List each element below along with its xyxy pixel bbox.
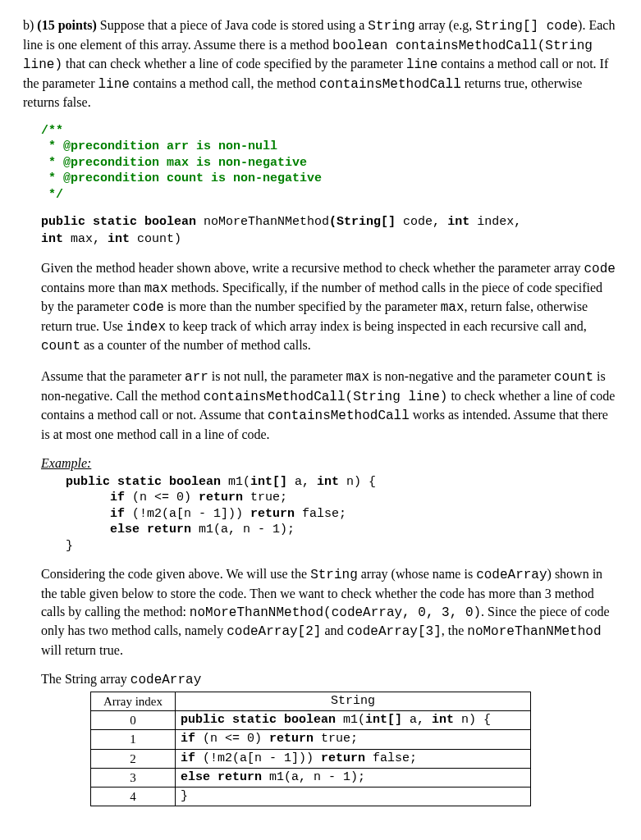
- ex-kw: if: [66, 491, 132, 504]
- javadoc-line: /**: [41, 124, 63, 138]
- text: contains more than: [41, 281, 144, 294]
- header-array-index: Array index: [91, 692, 176, 710]
- method-signature: public static boolean noMoreThanNMethod(…: [41, 214, 616, 248]
- ex-txt: m1(: [228, 475, 250, 489]
- sig-param: count): [137, 232, 181, 246]
- ex-txt: (!m2(a[n - 1])): [132, 507, 250, 521]
- sig-kw: public static boolean: [41, 215, 204, 229]
- code-inline: codeArray: [476, 568, 547, 582]
- ex-kw: return: [250, 507, 302, 521]
- code-inline: arr: [185, 370, 208, 385]
- cell-index: 0: [91, 711, 176, 730]
- sig-type: int: [447, 215, 477, 229]
- code-inline: containsMethodCall(String line): [204, 390, 448, 404]
- ex-kw: else return: [66, 523, 199, 536]
- intro-text: array (e.g,: [415, 18, 475, 32]
- code-inline: max: [144, 281, 168, 296]
- code-inline: String[] code: [475, 19, 578, 34]
- ex-kw: return: [199, 491, 250, 504]
- sig-type: int: [108, 232, 137, 246]
- text: is non-negative and the parameter: [369, 369, 554, 383]
- ex-kw: public static boolean: [66, 475, 228, 489]
- javadoc-line: */: [41, 188, 63, 202]
- code-inline: codeArray[3]: [347, 624, 442, 639]
- code-inline: codeArray: [130, 673, 201, 687]
- example-label: Example:: [41, 456, 91, 470]
- code-segment: }: [181, 789, 188, 803]
- sig-type: String[]: [337, 215, 403, 229]
- sig-param: index,: [477, 215, 529, 229]
- text: and: [321, 623, 346, 637]
- code-inline: noMoreThanNMethod(codeArray, 0, 3, 0): [190, 605, 481, 620]
- table-row: 3else return m1(a, n - 1);: [91, 768, 531, 787]
- ex-txt: }: [66, 539, 73, 553]
- code-segment: m1(: [343, 713, 365, 727]
- header-string: String: [176, 692, 531, 710]
- table-row: 0public static boolean m1(int[] a, int n…: [91, 711, 531, 730]
- cell-string: else return m1(a, n - 1);: [176, 768, 531, 787]
- text: to keep track of which array index is be…: [166, 319, 587, 333]
- description-paragraph: Given the method header shown above, wri…: [41, 259, 616, 356]
- javadoc-block: /** * @precondition arr is non-null * @p…: [41, 123, 616, 203]
- table-body: 0public static boolean m1(int[] a, int n…: [91, 711, 531, 806]
- intro-text: that can check whether a line of code sp…: [62, 57, 406, 71]
- ex-kw: if: [66, 507, 132, 521]
- javadoc-line: * @precondition count is non-negative: [41, 171, 322, 185]
- ex-txt: a,: [295, 475, 317, 489]
- table-row: 4}: [91, 788, 531, 806]
- code-inline: index: [126, 320, 166, 335]
- code-segment: int: [432, 713, 461, 727]
- code-segment: (n <= 0): [203, 732, 269, 746]
- javadoc-line: * @precondition max is non-negative: [41, 156, 307, 170]
- sig-name: noMoreThanNMethod: [204, 215, 329, 229]
- cell-string: if (n <= 0) return true;: [176, 730, 531, 749]
- example-code-block: public static boolean m1(int[] a, int n)…: [66, 474, 616, 555]
- cell-index: 2: [91, 749, 176, 768]
- sig-paren: (: [329, 215, 337, 229]
- ex-txt: (n <= 0): [132, 491, 199, 504]
- code-inline: line: [406, 57, 437, 72]
- intro-text: contains a method call, the method: [130, 76, 319, 90]
- table-row: 2if (!m2(a[n - 1])) return false;: [91, 749, 531, 768]
- text: Given the method header shown above, wri…: [41, 261, 584, 275]
- text: , the: [442, 623, 468, 637]
- code-inline: max: [441, 300, 465, 315]
- cell-string: public static boolean m1(int[] a, int n)…: [176, 711, 531, 730]
- assumptions-paragraph: Assume that the parameter arr is not nul…: [41, 368, 616, 443]
- table-row: 1if (n <= 0) return true;: [91, 730, 531, 749]
- code-inline: code: [133, 300, 164, 315]
- ex-txt: m1(a, n - 1);: [199, 523, 295, 536]
- intro-text: Suppose that a piece of Java code is sto…: [97, 18, 369, 32]
- ex-txt: n) {: [346, 475, 376, 489]
- sig-param: code,: [403, 215, 447, 229]
- code-inline: String: [368, 19, 415, 34]
- code-segment: if: [181, 751, 203, 765]
- code-inline: count: [41, 339, 80, 354]
- code-segment: (!m2(a[n - 1])): [203, 751, 321, 765]
- code-segment: a,: [410, 713, 432, 727]
- code-inline: max: [346, 370, 369, 385]
- ex-kw: int: [317, 475, 346, 489]
- code-segment: n) {: [461, 713, 491, 727]
- text: The String array: [41, 672, 130, 686]
- table-header-row: Array index String: [91, 692, 531, 710]
- text: is more than the number specified by the…: [164, 299, 441, 313]
- code-segment: true;: [321, 732, 358, 746]
- code-inline: line: [98, 77, 130, 92]
- text: will return true.: [41, 643, 123, 657]
- sig-type: int: [41, 232, 71, 246]
- code-segment: return: [321, 751, 373, 765]
- code-inline: String: [310, 568, 358, 582]
- table-caption: The String array codeArray: [41, 670, 616, 690]
- code-segment: public static boolean: [181, 713, 343, 727]
- ex-kw: int[]: [250, 475, 295, 489]
- code-inline: noMoreThanNMethod: [467, 624, 601, 639]
- cell-index: 1: [91, 730, 176, 749]
- code-segment: false;: [373, 751, 417, 765]
- considering-paragraph: Considering the code given above. We wil…: [41, 565, 616, 659]
- code-segment: else return: [181, 770, 269, 784]
- example-section: Example: public static boolean m1(int[] …: [41, 454, 616, 554]
- sig-param: max,: [71, 232, 108, 246]
- points-label: (15 points): [37, 18, 96, 32]
- question-header: b) (15 points) Suppose that a piece of J…: [23, 16, 616, 112]
